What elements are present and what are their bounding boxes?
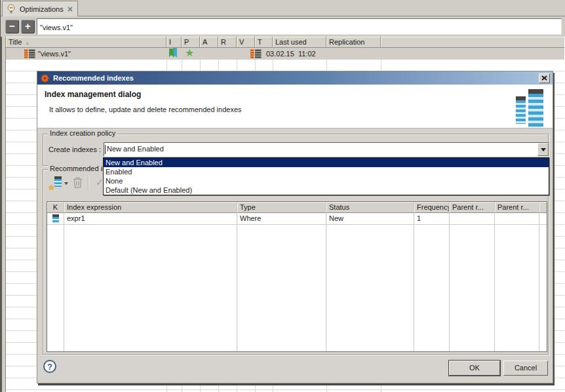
ok-button[interactable]: OK [449,361,500,376]
table-icon [24,49,35,58]
col-header-k[interactable]: K [47,202,64,213]
dialog-heading: Index management dialog [45,90,141,99]
dropdown-option[interactable]: New and Enabled [104,158,549,167]
index-icon [54,176,62,187]
text-caret [105,145,106,154]
column-header-title[interactable]: Title▴ [6,37,166,48]
star-icon: ★ [185,48,194,58]
column-header-r[interactable]: R [218,37,237,48]
window-left-frame [1,37,6,392]
delete-index-button[interactable] [71,176,84,189]
column-header-a[interactable]: A [200,37,218,48]
chevron-down-icon [541,148,546,154]
optimizations-view: Optimizations − + Title▴ I P A R V T Las… [0,0,565,392]
col-header-frequency[interactable]: Frequency [414,202,449,213]
combobox-dropdown-button[interactable] [537,143,549,156]
indexes-table: K Index expression expr1 Type Where Stat… [47,201,547,352]
remove-filter-button[interactable]: − [5,20,19,33]
dropdown-option[interactable]: Enabled [104,167,549,176]
gear-icon [40,73,50,83]
column-header-last-used[interactable]: Last used [273,37,326,48]
dropdown-option[interactable]: None [104,176,549,186]
group-label: Index creation policy [48,129,117,137]
dialog-close-button[interactable] [539,73,550,83]
tab-strip: Optimizations [1,0,565,16]
add-filter-button[interactable]: + [21,20,35,33]
dialog-title: Recommended indexes [53,74,134,82]
tab-label: Optimizations [20,5,64,13]
dialog-body: Index creation policy Create indexes : N… [37,129,553,383]
grid-header: Title▴ I P A R V T Last used Replication [6,37,564,48]
dialog-description: It allows to define, update and delete r… [49,106,242,113]
create-indexes-dropdown-list: New and Enabled Enabled None Default (Ne… [103,157,549,195]
add-index-menu-arrow[interactable] [64,182,68,187]
bookmark-flags-icon [168,48,179,59]
table-icon [250,49,262,58]
apply-check-icon[interactable]: ✓ [96,177,104,187]
index-row-parent1[interactable] [450,213,494,225]
index-row-expression[interactable]: expr1 [64,213,237,225]
sort-asc-icon: ▴ [26,39,29,46]
row-last-used: 03.02.15 11:02 [266,50,316,58]
add-index-button[interactable]: ★ [49,176,62,191]
col-header-expression[interactable]: Index expression [64,202,237,213]
col-header-status[interactable]: Status [326,202,414,213]
recommended-indexes-dialog: Recommended indexes Index management dia… [37,71,553,383]
column-header-p[interactable]: P [182,37,200,48]
column-header-v[interactable]: V [237,37,255,48]
filter-input[interactable] [37,18,562,35]
view-toolbar: − + [1,16,565,37]
recommended-indexes-group: Recommended indexes ★ ✓ [43,169,549,355]
help-button[interactable]: ? [43,360,56,373]
col-header-parent2[interactable]: Parent r... [495,202,539,213]
column-header-t[interactable]: T [255,37,273,48]
cancel-button[interactable]: Cancel [503,361,548,376]
toolbar-separator [88,176,88,190]
create-indexes-label: Create indexes : [49,146,101,153]
index-row-status[interactable]: New [326,213,414,225]
dialog-titlebar[interactable]: Recommended indexes [37,71,553,85]
col-header-type[interactable]: Type [237,202,326,213]
index-banner-icon [516,87,543,127]
index-row-frequency[interactable]: 1 [414,213,449,225]
column-header-i[interactable]: I [166,37,182,48]
index-icon [52,214,59,224]
index-row-key [47,213,64,225]
tab-close-icon[interactable] [67,6,73,12]
table-row[interactable]: "views.v1" ★ 03.02.15 11:02 [6,48,564,60]
col-header-parent1[interactable]: Parent r... [450,202,494,213]
star-badge-icon: ★ [48,183,55,192]
tab-optimizations[interactable]: Optimizations [2,1,78,16]
create-indexes-combobox[interactable]: New and Enabled [104,142,549,157]
lightbulb-icon [6,4,16,14]
index-row-parent2[interactable] [495,213,539,225]
row-title: "views.v1" [38,50,71,58]
index-row-type[interactable]: Where [237,213,326,225]
column-header-replication[interactable]: Replication [326,37,381,48]
dropdown-option[interactable]: Default (New and Enabled) [104,186,549,195]
close-icon [541,75,547,81]
combobox-value: New and Enabled [107,145,164,153]
dialog-banner: Index management dialog It allows to def… [37,85,553,128]
